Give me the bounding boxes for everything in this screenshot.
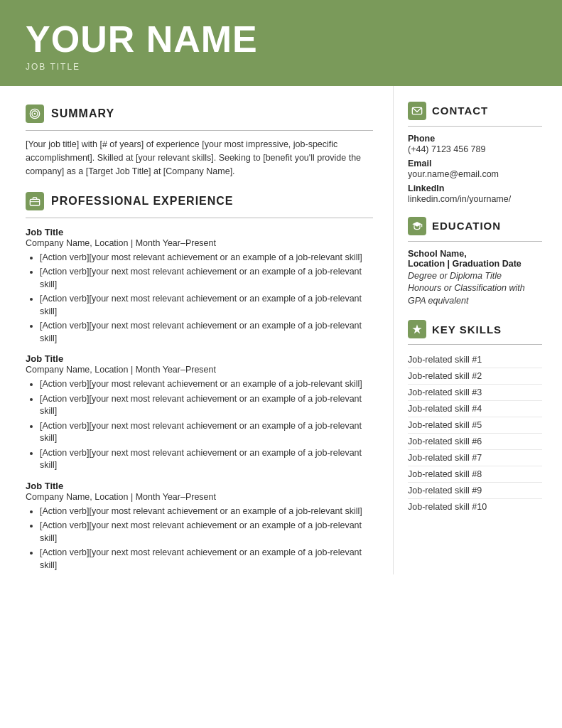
job-title-2: Job Title [26,353,373,364]
skill-item: Job-related skill #10 [408,499,542,515]
skills-divider [408,344,542,345]
summary-icon [26,105,44,123]
target-icon [29,108,40,119]
summary-divider [26,130,373,131]
summary-section: SUMMARY [Your job title] with [# of year… [26,105,373,179]
degree-info: Degree or Diploma Title Honours or Class… [408,270,542,308]
education-divider [408,241,542,242]
experience-icon [26,192,44,210]
job-company-3: Company Name, Location | Month Year–Pres… [26,492,373,502]
job-bullets-1: [Action verb][your most relevant achieve… [26,252,373,346]
summary-header: SUMMARY [26,105,373,123]
contact-section: CONTACT Phone (+44) 7123 456 789 Email y… [408,102,542,204]
briefcase-icon [29,196,40,207]
star-icon [411,323,423,335]
list-item: [Action verb][your next most relevant ac… [40,447,373,472]
education-section: EDUCATION School Name, Location | Gradua… [408,217,542,308]
experience-section: PROFESSIONAL EXPERIENCE Job Title Compan… [26,192,373,572]
job-company-2: Company Name, Location | Month Year–Pres… [26,365,373,375]
job-entry-1: Job Title Company Name, Location | Month… [26,227,373,346]
list-item: [Action verb][your next most relevant ac… [40,420,373,445]
list-item: [Action verb][your most relevant achieve… [40,378,373,391]
list-item: [Action verb][your next most relevant ac… [40,293,373,318]
job-bullets-2: [Action verb][your most relevant achieve… [26,378,373,472]
job-bullets-3: [Action verb][your most relevant achieve… [26,505,373,572]
job-company-1: Company Name, Location | Month Year–Pres… [26,238,373,248]
phone-value: (+44) 7123 456 789 [408,144,542,154]
summary-title: SUMMARY [51,107,114,120]
skill-item: Job-related skill #4 [408,401,542,417]
skills-section: KEY SKILLS Job-related skill #1 Job-rela… [408,320,542,515]
job-title-3: Job Title [26,481,373,491]
email-value: your.name@email.com [408,169,542,179]
list-item: [Action verb][your next most relevant ac… [40,393,373,418]
job-title-heading: JOB TITLE [26,62,536,72]
list-item: [Action verb][your next most relevant ac… [40,520,373,545]
education-icon [408,217,426,235]
skills-header: KEY SKILLS [408,320,542,338]
list-item: [Action verb][your next most relevant ac… [40,266,373,291]
education-title: EDUCATION [432,220,501,232]
skill-item: Job-related skill #1 [408,352,542,368]
experience-title: PROFESSIONAL EXPERIENCE [51,195,234,208]
contact-divider [408,126,542,127]
job-title-1: Job Title [26,227,373,237]
skill-item: Job-related skill #6 [408,434,542,450]
contact-header: CONTACT [408,102,542,120]
svg-rect-3 [30,199,39,205]
resume-header: YOUR NAME JOB TITLE [0,0,562,86]
skill-item: Job-related skill #3 [408,385,542,401]
skills-title: KEY SKILLS [432,323,502,336]
skill-item: Job-related skill #8 [408,466,542,483]
name-heading: YOUR NAME [26,20,536,59]
main-content: SUMMARY [Your job title] with [# of year… [0,86,562,592]
skill-item: Job-related skill #2 [408,368,542,385]
skills-icon [408,320,426,338]
list-item: [Action verb][your next most relevant ac… [40,547,373,572]
graduation-icon [411,220,423,232]
list-item: [Action verb][your most relevant achieve… [40,505,373,518]
linkedin-value: linkedin.com/in/yourname/ [408,194,542,204]
envelope-icon [411,105,423,117]
list-item: [Action verb][your most relevant achieve… [40,252,373,264]
job-entry-2: Job Title Company Name, Location | Month… [26,353,373,472]
list-item: [Action verb][your next most relevant ac… [40,320,373,345]
experience-divider [26,218,373,218]
summary-text: [Your job title] with [# of years] of ex… [26,138,373,179]
left-column: SUMMARY [Your job title] with [# of year… [0,86,393,575]
skill-item: Job-related skill #7 [408,450,542,466]
linkedin-label: LinkedIn [408,183,542,193]
contact-icon [408,102,426,120]
education-header: EDUCATION [408,217,542,235]
right-column: CONTACT Phone (+44) 7123 456 789 Email y… [393,86,562,575]
skill-item: Job-related skill #9 [408,483,542,499]
phone-label: Phone [408,134,542,144]
experience-header: PROFESSIONAL EXPERIENCE [26,192,373,210]
skills-list: Job-related skill #1 Job-related skill #… [408,352,542,515]
skill-item: Job-related skill #5 [408,417,542,434]
job-entry-3: Job Title Company Name, Location | Month… [26,481,373,572]
svg-point-2 [34,112,36,114]
svg-marker-6 [412,222,421,227]
contact-title: CONTACT [432,105,488,117]
school-name: School Name, Location | Graduation Date [408,249,542,269]
email-label: Email [408,159,542,168]
